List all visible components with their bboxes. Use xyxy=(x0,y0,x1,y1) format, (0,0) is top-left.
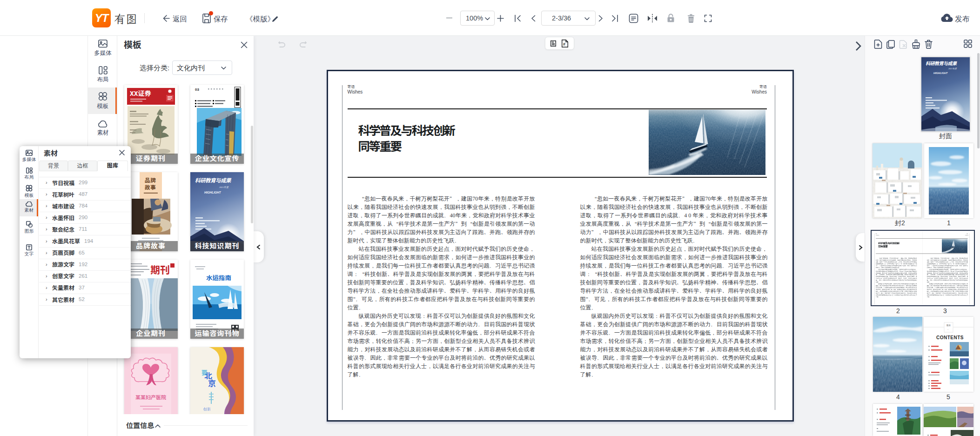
svg-text:HIGHLIGHT: HIGHLIGHT xyxy=(933,72,948,74)
svg-text:图库: 图库 xyxy=(946,324,951,327)
svg-text:CONTENTS: CONTENTS xyxy=(936,335,964,340)
svg-text:03: 03 xyxy=(195,87,199,92)
svg-text:某某妇产医院: 某某妇产医院 xyxy=(135,394,166,400)
svg-text:要: 要 xyxy=(201,369,208,376)
svg-text:---: --- xyxy=(947,328,949,330)
svg-text:水运指南: 水运指南 xyxy=(206,274,231,282)
svg-text:科研教育与成果: 科研教育与成果 xyxy=(195,177,232,183)
svg-text:科研教育与成果: 科研教育与成果 xyxy=(926,60,957,66)
svg-text:品牌: 品牌 xyxy=(145,177,156,184)
svg-text:创新: 创新 xyxy=(203,407,211,411)
svg-text:2021年度: 2021年度 xyxy=(948,67,958,70)
svg-text:XX证券: XX证券 xyxy=(130,89,151,97)
svg-text:故事: 故事 xyxy=(145,184,156,191)
svg-text:#: # xyxy=(563,42,565,47)
svg-text:京: 京 xyxy=(208,379,216,388)
svg-text:期刊: 期刊 xyxy=(150,264,170,275)
svg-text:HIGHLIGHT: HIGHLIGHT xyxy=(204,191,222,194)
svg-text:2021年度: 2021年度 xyxy=(219,186,229,188)
